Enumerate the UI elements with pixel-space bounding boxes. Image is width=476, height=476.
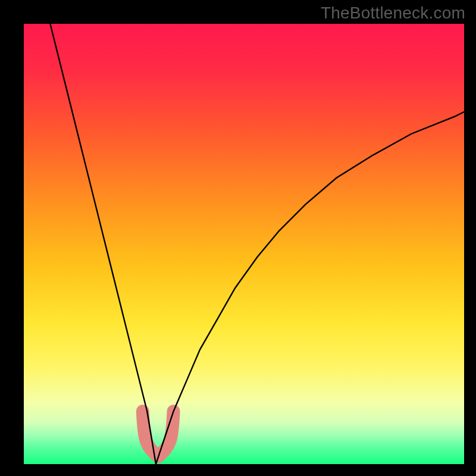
plot-area	[24, 24, 464, 464]
left-curve	[50, 24, 156, 464]
right-curve	[156, 112, 464, 464]
notch-highlight-blob	[143, 411, 174, 456]
outer-frame: TheBottleneck.com	[0, 0, 476, 476]
curve-layer	[24, 24, 464, 464]
watermark-text: TheBottleneck.com	[321, 4, 465, 23]
